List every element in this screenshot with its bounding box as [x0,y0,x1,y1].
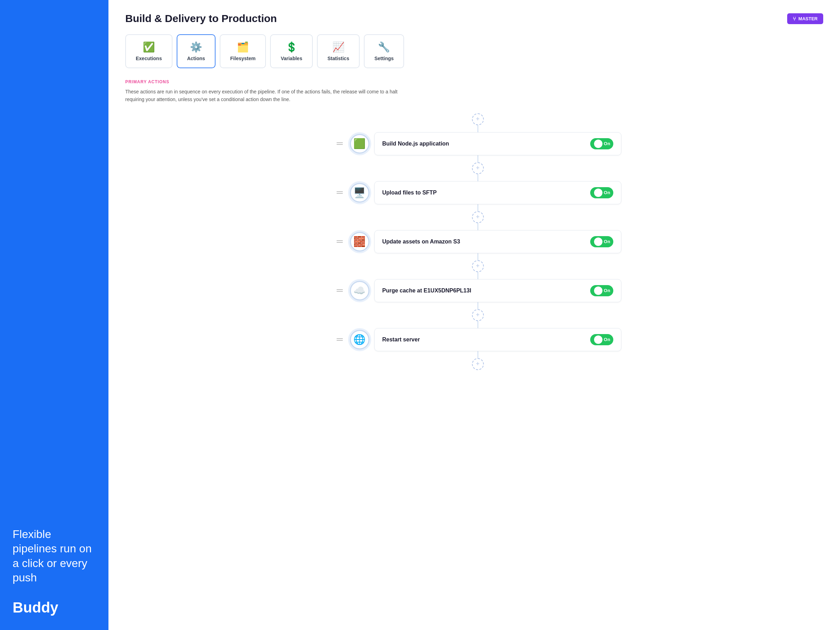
page-title: Build & Delivery to Production [125,13,277,24]
connector [478,204,478,211]
action-icon-4: ☁️ [350,281,369,300]
drag-handle-3[interactable] [335,238,345,245]
add-before-action-3[interactable]: + [472,211,484,223]
sidebar: Flexible pipelines run on a click or eve… [0,0,109,630]
statistics-label: Statistics [327,55,349,61]
toggle-label-4: On [604,288,611,293]
drag-handle-4[interactable] [335,287,345,294]
header-row: Build & Delivery to Production ⑂ MASTER [125,13,823,24]
drag-handle-2[interactable] [335,189,345,196]
toggle-3[interactable]: On [590,236,613,247]
add-before-action-5[interactable]: + [472,309,484,321]
action-card-1[interactable]: Build Node.js application On [374,132,621,155]
settings-label: Settings [374,55,393,61]
drag-handle-5[interactable] [335,336,345,343]
filesystem-icon: 🗂️ [237,41,249,53]
action-name-5: Restart server [382,336,420,343]
drag-handle-1[interactable] [335,140,345,147]
connector [478,223,478,230]
sidebar-tagline: Flexible pipelines run on a click or eve… [13,527,96,585]
toggle-1[interactable]: On [590,138,613,149]
toggle-knob-3 [594,237,602,246]
action-card-3[interactable]: Update assets on Amazon S3 On [374,230,621,253]
toggle-4[interactable]: On [590,285,613,296]
add-after-last-action[interactable]: + [472,358,484,370]
main-content: Build & Delivery to Production ⑂ MASTER … [109,0,840,630]
tab-settings[interactable]: 🔧 Settings [364,34,404,68]
connector [478,302,478,309]
branch-icon: ⑂ [793,16,796,22]
connector [478,253,478,260]
action-row-4: ☁️ Purge cache at E1UX5DNP6PL13I On [335,279,621,302]
tab-actions[interactable]: ⚙️ Actions [177,34,216,68]
tab-executions[interactable]: ✅ Executions [125,34,172,68]
settings-icon: 🔧 [378,41,390,53]
sidebar-logo: Buddy [13,585,96,616]
action-icon-2: 🖥️ [350,183,369,202]
tab-statistics[interactable]: 📈 Statistics [317,34,360,68]
action-row-2: 🖥️ Upload files to SFTP On [335,181,621,204]
toggle-label-1: On [604,141,611,146]
action-icon-3: 🧱 [350,232,369,251]
action-icon-5: 🌐 [350,330,369,349]
action-row-5: 🌐 Restart server On [335,328,621,351]
connector [478,174,478,181]
toggle-5[interactable]: On [590,334,613,345]
toggle-2[interactable]: On [590,187,613,198]
add-before-action-1[interactable]: + [472,113,484,125]
variables-label: Variables [281,55,302,61]
connector [478,351,478,358]
toggle-knob-4 [594,286,602,295]
connector [478,321,478,328]
tab-variables[interactable]: 💲 Variables [270,34,313,68]
action-name-4: Purge cache at E1UX5DNP6PL13I [382,287,471,294]
section-description: These actions are run in sequence on eve… [125,88,412,104]
action-card-2[interactable]: Upload files to SFTP On [374,181,621,204]
connector [478,125,478,132]
toggle-knob-2 [594,189,602,197]
tabs-bar: ✅ Executions ⚙️ Actions 🗂️ Filesystem 💲 … [125,34,823,68]
tab-filesystem[interactable]: 🗂️ Filesystem [220,34,266,68]
action-row-3: 🧱 Update assets on Amazon S3 On [335,230,621,253]
executions-icon: ✅ [143,41,155,53]
branch-badge[interactable]: ⑂ MASTER [787,13,823,24]
action-icon-1: 🟩 [350,134,369,153]
action-name-2: Upload files to SFTP [382,189,437,196]
actions-label: Actions [187,55,205,61]
statistics-icon: 📈 [332,41,344,53]
toggle-label-3: On [604,239,611,244]
toggle-knob-1 [594,140,602,148]
add-before-action-2[interactable]: + [472,162,484,174]
toggle-label-2: On [604,190,611,195]
filesystem-label: Filesystem [230,55,256,61]
actions-icon: ⚙️ [190,41,202,53]
connector [478,272,478,279]
action-card-5[interactable]: Restart server On [374,328,621,351]
action-name-1: Build Node.js application [382,141,449,147]
action-card-4[interactable]: Purge cache at E1UX5DNP6PL13I On [374,279,621,302]
variables-icon: 💲 [286,41,298,53]
action-row-1: 🟩 Build Node.js application On [335,132,621,155]
section-label: PRIMARY ACTIONS [125,79,823,84]
executions-label: Executions [136,55,162,61]
pipeline: + 🟩 Build Node.js application On + 🖥️ [125,113,823,370]
action-name-3: Update assets on Amazon S3 [382,238,460,245]
branch-label: MASTER [798,16,818,21]
add-before-action-4[interactable]: + [472,260,484,272]
connector [478,155,478,162]
toggle-knob-5 [594,335,602,344]
toggle-label-5: On [604,337,611,342]
